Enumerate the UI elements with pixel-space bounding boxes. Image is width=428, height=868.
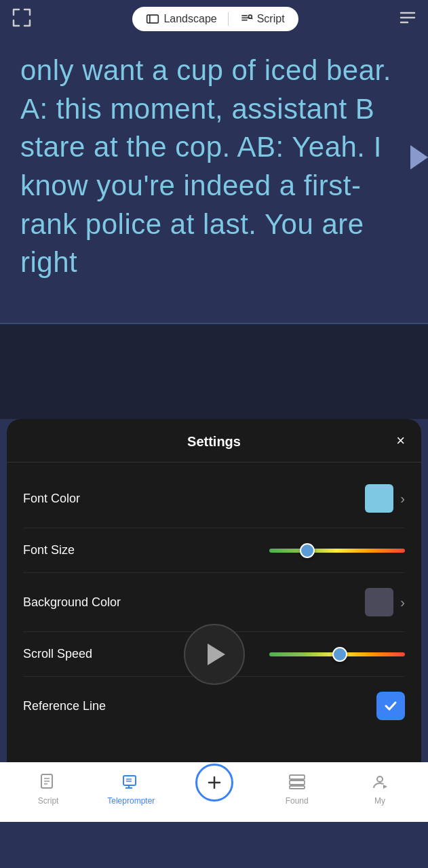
- font-color-chevron-icon[interactable]: ›: [400, 492, 405, 505]
- expand-button[interactable]: [11, 7, 33, 31]
- font-size-row: Font Size: [23, 528, 405, 573]
- svg-rect-21: [290, 775, 305, 779]
- nav-item-my[interactable]: My: [338, 773, 421, 806]
- reference-line-control: [376, 692, 405, 720]
- my-nav-icon: [371, 773, 389, 793]
- font-size-label: Font Size: [23, 543, 75, 557]
- font-size-control: [269, 549, 405, 553]
- scroll-speed-slider[interactable]: [269, 652, 405, 656]
- play-circle-button[interactable]: [184, 624, 245, 685]
- menu-button[interactable]: [398, 8, 417, 30]
- bottom-nav: Script Teleprompter: [0, 762, 428, 822]
- font-color-control: ›: [365, 484, 405, 513]
- play-arrow-right-icon: [410, 145, 428, 170]
- svg-rect-14: [123, 776, 136, 785]
- background-color-chevron-icon[interactable]: ›: [400, 595, 405, 609]
- font-color-swatch[interactable]: [365, 484, 393, 513]
- nav-item-teleprompter[interactable]: Teleprompter: [90, 773, 172, 806]
- scroll-speed-label: Scroll Speed: [23, 647, 92, 661]
- found-nav-icon: [288, 773, 306, 793]
- font-color-row: Font Color ›: [23, 469, 405, 528]
- landscape-tab[interactable]: Landscape: [146, 12, 216, 26]
- script-tab[interactable]: Script: [239, 12, 285, 26]
- script-content: only want a cup of iced bear. A: this mo…: [0, 38, 428, 323]
- font-size-thumb[interactable]: [300, 543, 315, 558]
- script-nav-icon: [39, 773, 57, 793]
- nav-item-found[interactable]: Found: [256, 773, 338, 806]
- svg-rect-23: [290, 786, 305, 789]
- font-color-label: Font Color: [23, 492, 80, 506]
- svg-line-6: [251, 18, 252, 19]
- script-text: only want a cup of iced bear. A: this mo…: [20, 52, 408, 282]
- nav-label-found: Found: [286, 796, 309, 806]
- dark-area: [0, 324, 428, 419]
- reference-line-checkbox[interactable]: [376, 692, 405, 720]
- nav-label-script: Script: [38, 796, 59, 806]
- nav-item-script[interactable]: Script: [7, 773, 90, 806]
- nav-item-add[interactable]: [172, 770, 255, 808]
- top-bar: Landscape Script: [0, 0, 428, 38]
- play-circle-icon: [208, 644, 225, 665]
- nav-label-my: My: [374, 796, 385, 806]
- settings-title: Settings: [187, 434, 241, 450]
- background-color-swatch[interactable]: [365, 588, 393, 616]
- svg-point-24: [377, 776, 383, 782]
- background-color-control: ›: [365, 588, 405, 616]
- scroll-speed-thumb[interactable]: [332, 647, 347, 662]
- add-button[interactable]: [195, 764, 233, 802]
- font-size-slider[interactable]: [269, 549, 405, 553]
- scroll-speed-control: [269, 652, 405, 656]
- settings-panel: Settings × Font Color › Font Size: [7, 419, 421, 762]
- svg-rect-0: [147, 15, 159, 23]
- background-color-label: Background Color: [23, 595, 121, 610]
- teleprompter-nav-icon: [122, 773, 140, 793]
- reference-line-row: Reference Line: [23, 677, 405, 735]
- nav-label-teleprompter: Teleprompter: [107, 796, 155, 806]
- scroll-speed-row: Scroll Speed: [23, 632, 405, 677]
- reference-line-label: Reference Line: [23, 699, 106, 713]
- svg-rect-22: [290, 781, 305, 785]
- settings-body: Font Color › Font Size Background Color: [7, 462, 421, 742]
- settings-header: Settings ×: [7, 419, 421, 462]
- close-button[interactable]: ×: [396, 433, 405, 448]
- top-bar-center: Landscape Script: [132, 7, 298, 31]
